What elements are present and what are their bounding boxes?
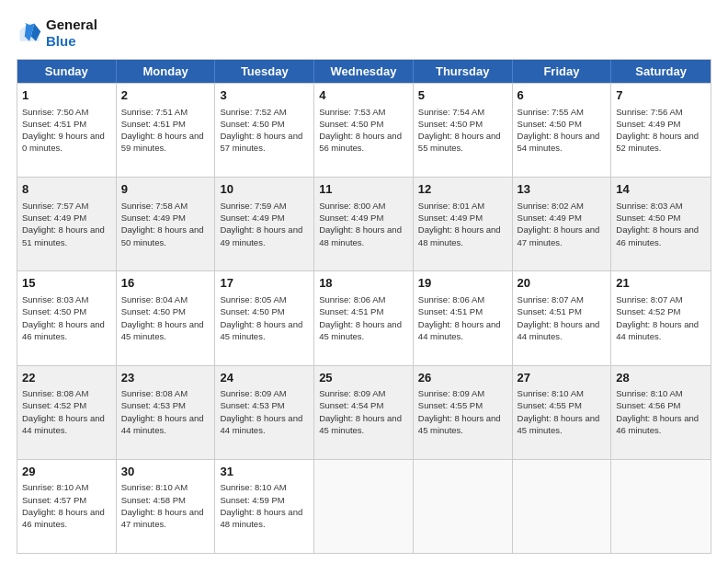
empty-cell-4-4 xyxy=(414,460,513,553)
calendar-row-2: 8Sunrise: 7:57 AMSunset: 4:49 PMDaylight… xyxy=(17,177,711,270)
day-number: 17 xyxy=(220,275,309,292)
day-info: Sunrise: 8:05 AMSunset: 4:50 PMDaylight:… xyxy=(220,293,309,342)
day-number: 25 xyxy=(319,370,408,386)
logo: General Blue xyxy=(17,17,97,50)
day-cell-19: 19Sunrise: 8:06 AMSunset: 4:51 PMDayligh… xyxy=(414,271,513,364)
day-cell-13: 13Sunrise: 8:02 AMSunset: 4:49 PMDayligh… xyxy=(513,178,612,270)
empty-cell-4-3 xyxy=(314,460,414,553)
day-info: Sunrise: 8:03 AMSunset: 4:50 PMDaylight:… xyxy=(22,293,111,342)
day-number: 2 xyxy=(121,87,210,104)
day-info: Sunrise: 8:10 AMSunset: 4:55 PMDaylight:… xyxy=(518,387,607,436)
day-number: 18 xyxy=(319,275,408,292)
day-info: Sunrise: 8:09 AMSunset: 4:53 PMDaylight:… xyxy=(220,387,309,436)
day-info: Sunrise: 8:06 AMSunset: 4:51 PMDaylight:… xyxy=(319,293,408,342)
day-cell-30: 30Sunrise: 8:10 AMSunset: 4:58 PMDayligh… xyxy=(117,460,216,553)
day-header-saturday: Saturday xyxy=(611,60,711,83)
day-cell-3: 3Sunrise: 7:52 AMSunset: 4:50 PMDaylight… xyxy=(215,84,314,177)
day-header-monday: Monday xyxy=(117,60,216,83)
day-cell-10: 10Sunrise: 7:59 AMSunset: 4:49 PMDayligh… xyxy=(215,178,314,270)
day-number: 12 xyxy=(418,181,507,198)
day-cell-9: 9Sunrise: 7:58 AMSunset: 4:49 PMDaylight… xyxy=(117,178,216,270)
page: General Blue SundayMondayTuesdayWednesda… xyxy=(0,0,728,563)
day-cell-22: 22Sunrise: 8:08 AMSunset: 4:52 PMDayligh… xyxy=(17,366,117,459)
day-header-sunday: Sunday xyxy=(17,60,117,83)
day-info: Sunrise: 7:56 AMSunset: 4:49 PMDaylight:… xyxy=(616,106,706,155)
calendar-header: SundayMondayTuesdayWednesdayThursdayFrid… xyxy=(17,60,711,83)
day-cell-14: 14Sunrise: 8:03 AMSunset: 4:50 PMDayligh… xyxy=(611,178,711,270)
day-number: 10 xyxy=(220,181,309,198)
day-cell-4: 4Sunrise: 7:53 AMSunset: 4:50 PMDaylight… xyxy=(314,84,414,177)
day-cell-26: 26Sunrise: 8:09 AMSunset: 4:55 PMDayligh… xyxy=(414,366,513,459)
day-info: Sunrise: 8:02 AMSunset: 4:49 PMDaylight:… xyxy=(518,200,607,248)
day-header-thursday: Thursday xyxy=(414,60,513,83)
day-number: 21 xyxy=(616,275,706,292)
calendar-row-3: 15Sunrise: 8:03 AMSunset: 4:50 PMDayligh… xyxy=(17,270,711,364)
day-info: Sunrise: 8:08 AMSunset: 4:53 PMDaylight:… xyxy=(121,387,210,436)
day-info: Sunrise: 7:55 AMSunset: 4:50 PMDaylight:… xyxy=(518,106,607,155)
header: General Blue xyxy=(17,17,711,50)
day-cell-21: 21Sunrise: 8:07 AMSunset: 4:52 PMDayligh… xyxy=(611,271,711,364)
day-info: Sunrise: 8:10 AMSunset: 4:57 PMDaylight:… xyxy=(22,481,111,530)
calendar-row-1: 1Sunrise: 7:50 AMSunset: 4:51 PMDaylight… xyxy=(17,83,711,177)
empty-cell-4-6 xyxy=(611,460,711,553)
day-info: Sunrise: 8:09 AMSunset: 4:55 PMDaylight:… xyxy=(418,387,507,436)
day-info: Sunrise: 8:10 AMSunset: 4:58 PMDaylight:… xyxy=(121,481,210,530)
day-number: 6 xyxy=(518,87,607,104)
day-info: Sunrise: 8:06 AMSunset: 4:51 PMDaylight:… xyxy=(418,293,507,342)
day-number: 7 xyxy=(616,87,706,104)
calendar-body: 1Sunrise: 7:50 AMSunset: 4:51 PMDaylight… xyxy=(17,83,711,553)
day-number: 16 xyxy=(121,275,210,292)
day-cell-23: 23Sunrise: 8:08 AMSunset: 4:53 PMDayligh… xyxy=(117,366,216,459)
day-number: 19 xyxy=(418,275,507,292)
day-cell-29: 29Sunrise: 8:10 AMSunset: 4:57 PMDayligh… xyxy=(17,460,117,553)
calendar-row-4: 22Sunrise: 8:08 AMSunset: 4:52 PMDayligh… xyxy=(17,365,711,459)
day-header-wednesday: Wednesday xyxy=(314,60,414,83)
day-number: 4 xyxy=(319,87,408,104)
day-cell-6: 6Sunrise: 7:55 AMSunset: 4:50 PMDaylight… xyxy=(513,84,612,177)
day-number: 28 xyxy=(616,370,706,386)
day-number: 5 xyxy=(418,87,507,104)
day-cell-28: 28Sunrise: 8:10 AMSunset: 4:56 PMDayligh… xyxy=(611,366,711,459)
day-number: 3 xyxy=(220,87,309,104)
day-info: Sunrise: 8:07 AMSunset: 4:52 PMDaylight:… xyxy=(616,293,706,342)
day-cell-18: 18Sunrise: 8:06 AMSunset: 4:51 PMDayligh… xyxy=(314,271,414,364)
logo-icon xyxy=(17,20,42,46)
day-number: 24 xyxy=(220,370,309,386)
calendar: SundayMondayTuesdayWednesdayThursdayFrid… xyxy=(17,59,711,554)
day-number: 27 xyxy=(518,370,607,386)
day-number: 31 xyxy=(220,464,309,480)
day-info: Sunrise: 8:10 AMSunset: 4:56 PMDaylight:… xyxy=(616,387,706,436)
day-info: Sunrise: 7:50 AMSunset: 4:51 PMDaylight:… xyxy=(22,106,111,155)
day-number: 30 xyxy=(121,464,210,480)
logo-text: General Blue xyxy=(46,17,97,50)
day-cell-8: 8Sunrise: 7:57 AMSunset: 4:49 PMDaylight… xyxy=(17,178,117,270)
day-cell-7: 7Sunrise: 7:56 AMSunset: 4:49 PMDaylight… xyxy=(611,84,711,177)
day-info: Sunrise: 8:09 AMSunset: 4:54 PMDaylight:… xyxy=(319,387,408,436)
day-number: 1 xyxy=(22,87,111,104)
day-number: 15 xyxy=(22,275,111,292)
day-number: 9 xyxy=(121,181,210,198)
day-info: Sunrise: 8:10 AMSunset: 4:59 PMDaylight:… xyxy=(220,481,309,530)
day-info: Sunrise: 7:58 AMSunset: 4:49 PMDaylight:… xyxy=(121,200,210,248)
day-header-friday: Friday xyxy=(513,60,612,83)
day-cell-25: 25Sunrise: 8:09 AMSunset: 4:54 PMDayligh… xyxy=(314,366,414,459)
day-cell-27: 27Sunrise: 8:10 AMSunset: 4:55 PMDayligh… xyxy=(513,366,612,459)
day-number: 22 xyxy=(22,370,111,386)
day-cell-20: 20Sunrise: 8:07 AMSunset: 4:51 PMDayligh… xyxy=(513,271,612,364)
empty-cell-4-5 xyxy=(513,460,612,553)
day-number: 8 xyxy=(22,181,111,198)
day-info: Sunrise: 8:08 AMSunset: 4:52 PMDaylight:… xyxy=(22,387,111,436)
day-number: 13 xyxy=(518,181,607,198)
day-info: Sunrise: 8:04 AMSunset: 4:50 PMDaylight:… xyxy=(121,293,210,342)
day-number: 26 xyxy=(418,370,507,386)
day-info: Sunrise: 8:00 AMSunset: 4:49 PMDaylight:… xyxy=(319,200,408,248)
day-info: Sunrise: 8:03 AMSunset: 4:50 PMDaylight:… xyxy=(616,200,706,248)
day-number: 14 xyxy=(616,181,706,198)
day-number: 23 xyxy=(121,370,210,386)
day-cell-1: 1Sunrise: 7:50 AMSunset: 4:51 PMDaylight… xyxy=(17,84,117,177)
day-number: 29 xyxy=(22,464,111,480)
day-cell-2: 2Sunrise: 7:51 AMSunset: 4:51 PMDaylight… xyxy=(117,84,216,177)
day-cell-12: 12Sunrise: 8:01 AMSunset: 4:49 PMDayligh… xyxy=(414,178,513,270)
day-number: 20 xyxy=(518,275,607,292)
day-info: Sunrise: 7:53 AMSunset: 4:50 PMDaylight:… xyxy=(319,106,408,155)
